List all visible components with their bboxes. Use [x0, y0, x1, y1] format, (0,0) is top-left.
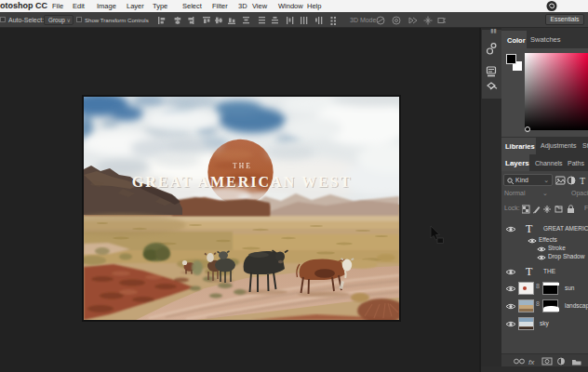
svg-text:fx: fx — [528, 358, 535, 365]
svg-text:T: T — [580, 176, 585, 186]
svg-text:GREAT AMERICAN WEST: GREAT AMERICAN WEST — [132, 174, 352, 190]
svg-text:THE: THE — [233, 162, 252, 170]
